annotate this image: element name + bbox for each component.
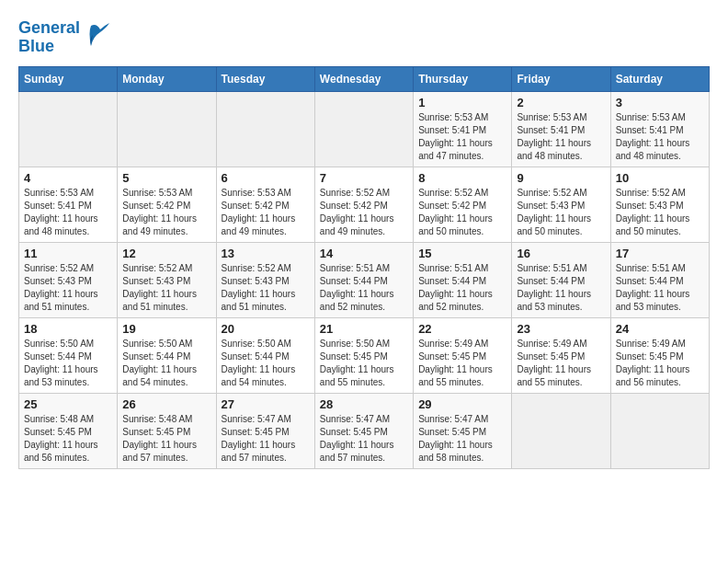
cell-info: Sunrise: 5:53 AMSunset: 5:41 PMDaylight:…: [24, 187, 112, 238]
cell-info: Sunrise: 5:50 AMSunset: 5:44 PMDaylight:…: [122, 338, 210, 389]
calendar-week-row: 1Sunrise: 5:53 AMSunset: 5:41 PMDaylight…: [19, 92, 710, 167]
calendar-cell: 16Sunrise: 5:51 AMSunset: 5:44 PMDayligh…: [512, 243, 610, 318]
calendar-cell: 6Sunrise: 5:53 AMSunset: 5:42 PMDaylight…: [216, 167, 314, 243]
day-number: 7: [320, 171, 408, 185]
cell-info: Sunrise: 5:51 AMSunset: 5:44 PMDaylight:…: [616, 262, 704, 314]
cell-info: Sunrise: 5:53 AMSunset: 5:41 PMDaylight:…: [616, 111, 704, 163]
cell-info: Sunrise: 5:50 AMSunset: 5:44 PMDaylight:…: [222, 338, 310, 389]
calendar-cell: 5Sunrise: 5:53 AMSunset: 5:42 PMDaylight…: [118, 167, 216, 243]
calendar-cell: 21Sunrise: 5:50 AMSunset: 5:45 PMDayligh…: [314, 318, 413, 394]
calendar-cell: 8Sunrise: 5:52 AMSunset: 5:42 PMDaylight…: [414, 167, 512, 243]
day-number: 5: [122, 171, 210, 185]
cell-info: Sunrise: 5:53 AMSunset: 5:42 PMDaylight:…: [122, 187, 210, 238]
calendar-cell: [19, 92, 118, 167]
page-header: GeneralBlue: [18, 18, 710, 57]
calendar-week-row: 25Sunrise: 5:48 AMSunset: 5:45 PMDayligh…: [19, 394, 710, 469]
calendar-cell: 12Sunrise: 5:52 AMSunset: 5:43 PMDayligh…: [118, 243, 216, 318]
calendar-cell: 3Sunrise: 5:53 AMSunset: 5:41 PMDaylight…: [610, 92, 709, 167]
day-number: 25: [24, 397, 112, 411]
calendar-cell: 18Sunrise: 5:50 AMSunset: 5:44 PMDayligh…: [19, 318, 118, 394]
calendar-week-row: 11Sunrise: 5:52 AMSunset: 5:43 PMDayligh…: [19, 243, 710, 318]
calendar-cell: 25Sunrise: 5:48 AMSunset: 5:45 PMDayligh…: [19, 394, 118, 469]
day-number: 20: [222, 322, 310, 336]
calendar-cell: [610, 394, 709, 469]
cell-info: Sunrise: 5:52 AMSunset: 5:43 PMDaylight:…: [24, 262, 112, 314]
day-number: 18: [24, 322, 112, 336]
day-number: 29: [418, 397, 506, 411]
logo-text: GeneralBlue: [18, 19, 80, 56]
day-number: 2: [517, 96, 605, 109]
calendar-week-row: 18Sunrise: 5:50 AMSunset: 5:44 PMDayligh…: [19, 318, 710, 394]
day-number: 4: [24, 171, 112, 185]
cell-info: Sunrise: 5:52 AMSunset: 5:43 PMDaylight:…: [222, 262, 310, 314]
cell-info: Sunrise: 5:48 AMSunset: 5:45 PMDaylight:…: [24, 413, 112, 465]
cell-info: Sunrise: 5:52 AMSunset: 5:43 PMDaylight:…: [616, 187, 704, 238]
day-number: 15: [418, 247, 506, 260]
day-number: 12: [122, 247, 210, 260]
calendar-cell: [314, 92, 413, 167]
calendar-cell: 1Sunrise: 5:53 AMSunset: 5:41 PMDaylight…: [414, 92, 512, 167]
calendar-cell: 2Sunrise: 5:53 AMSunset: 5:41 PMDaylight…: [512, 92, 610, 167]
calendar-cell: 13Sunrise: 5:52 AMSunset: 5:43 PMDayligh…: [216, 243, 314, 318]
cell-info: Sunrise: 5:52 AMSunset: 5:43 PMDaylight:…: [122, 262, 210, 314]
calendar-cell: 11Sunrise: 5:52 AMSunset: 5:43 PMDayligh…: [19, 243, 118, 318]
cell-info: Sunrise: 5:48 AMSunset: 5:45 PMDaylight:…: [122, 413, 210, 465]
cell-info: Sunrise: 5:49 AMSunset: 5:45 PMDaylight:…: [517, 338, 605, 389]
day-number: 16: [517, 247, 605, 260]
weekday-header-row: SundayMondayTuesdayWednesdayThursdayFrid…: [19, 67, 710, 92]
calendar-cell: 7Sunrise: 5:52 AMSunset: 5:42 PMDaylight…: [314, 167, 413, 243]
day-number: 6: [222, 171, 310, 185]
cell-info: Sunrise: 5:47 AMSunset: 5:45 PMDaylight:…: [418, 413, 506, 465]
weekday-header-monday: Monday: [118, 67, 216, 92]
calendar-table: SundayMondayTuesdayWednesdayThursdayFrid…: [18, 66, 710, 469]
day-number: 26: [122, 397, 210, 411]
weekday-header-tuesday: Tuesday: [216, 67, 314, 92]
weekday-header-saturday: Saturday: [610, 67, 709, 92]
calendar-cell: 28Sunrise: 5:47 AMSunset: 5:45 PMDayligh…: [314, 394, 413, 469]
day-number: 11: [24, 247, 112, 260]
calendar-cell: [118, 92, 216, 167]
day-number: 14: [320, 247, 408, 260]
day-number: 23: [517, 322, 605, 336]
cell-info: Sunrise: 5:52 AMSunset: 5:43 PMDaylight:…: [517, 187, 605, 238]
logo-bird-icon: [84, 18, 111, 57]
cell-info: Sunrise: 5:52 AMSunset: 5:42 PMDaylight:…: [418, 187, 506, 238]
cell-info: Sunrise: 5:49 AMSunset: 5:45 PMDaylight:…: [616, 338, 704, 389]
calendar-cell: [216, 92, 314, 167]
calendar-cell: 23Sunrise: 5:49 AMSunset: 5:45 PMDayligh…: [512, 318, 610, 394]
calendar-cell: 20Sunrise: 5:50 AMSunset: 5:44 PMDayligh…: [216, 318, 314, 394]
cell-info: Sunrise: 5:50 AMSunset: 5:45 PMDaylight:…: [320, 338, 408, 389]
cell-info: Sunrise: 5:50 AMSunset: 5:44 PMDaylight:…: [24, 338, 112, 389]
weekday-header-wednesday: Wednesday: [314, 67, 413, 92]
calendar-cell: 29Sunrise: 5:47 AMSunset: 5:45 PMDayligh…: [414, 394, 512, 469]
calendar-week-row: 4Sunrise: 5:53 AMSunset: 5:41 PMDaylight…: [19, 167, 710, 243]
calendar-cell: 24Sunrise: 5:49 AMSunset: 5:45 PMDayligh…: [610, 318, 709, 394]
day-number: 22: [418, 322, 506, 336]
cell-info: Sunrise: 5:51 AMSunset: 5:44 PMDaylight:…: [517, 262, 605, 314]
day-number: 9: [517, 171, 605, 185]
calendar-cell: 19Sunrise: 5:50 AMSunset: 5:44 PMDayligh…: [118, 318, 216, 394]
calendar-cell: 17Sunrise: 5:51 AMSunset: 5:44 PMDayligh…: [610, 243, 709, 318]
calendar-cell: 10Sunrise: 5:52 AMSunset: 5:43 PMDayligh…: [610, 167, 709, 243]
day-number: 10: [616, 171, 704, 185]
weekday-header-thursday: Thursday: [414, 67, 512, 92]
day-number: 3: [616, 96, 704, 109]
day-number: 21: [320, 322, 408, 336]
calendar-cell: 4Sunrise: 5:53 AMSunset: 5:41 PMDaylight…: [19, 167, 118, 243]
calendar-cell: [512, 394, 610, 469]
day-number: 17: [616, 247, 704, 260]
day-number: 13: [222, 247, 310, 260]
cell-info: Sunrise: 5:53 AMSunset: 5:42 PMDaylight:…: [222, 187, 310, 238]
cell-info: Sunrise: 5:52 AMSunset: 5:42 PMDaylight:…: [320, 187, 408, 238]
day-number: 1: [418, 96, 506, 109]
calendar-cell: 22Sunrise: 5:49 AMSunset: 5:45 PMDayligh…: [414, 318, 512, 394]
calendar-cell: 9Sunrise: 5:52 AMSunset: 5:43 PMDaylight…: [512, 167, 610, 243]
calendar-cell: 26Sunrise: 5:48 AMSunset: 5:45 PMDayligh…: [118, 394, 216, 469]
cell-info: Sunrise: 5:53 AMSunset: 5:41 PMDaylight:…: [517, 111, 605, 163]
day-number: 19: [122, 322, 210, 336]
cell-info: Sunrise: 5:53 AMSunset: 5:41 PMDaylight:…: [418, 111, 506, 163]
cell-info: Sunrise: 5:47 AMSunset: 5:45 PMDaylight:…: [222, 413, 310, 465]
day-number: 28: [320, 397, 408, 411]
calendar-cell: 15Sunrise: 5:51 AMSunset: 5:44 PMDayligh…: [414, 243, 512, 318]
logo: GeneralBlue: [18, 18, 111, 57]
